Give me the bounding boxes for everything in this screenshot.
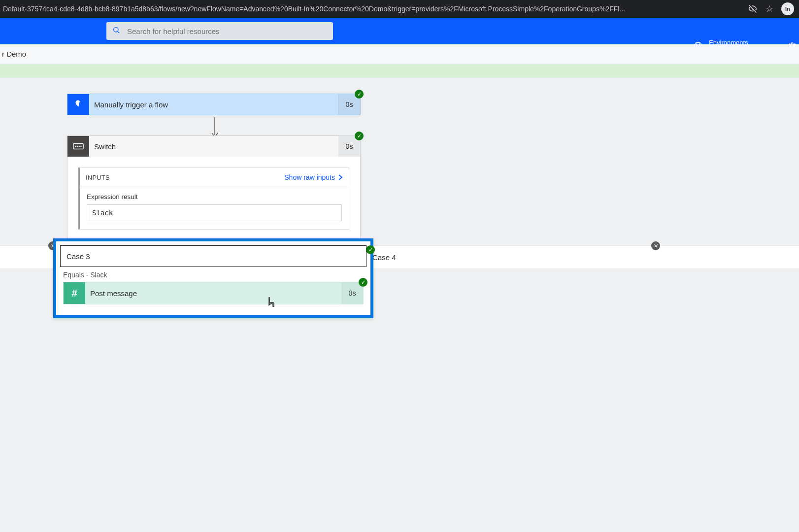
switch-header[interactable]: Switch 0s — [67, 136, 360, 157]
search-input[interactable] — [126, 27, 327, 36]
svg-point-10 — [77, 146, 78, 147]
svg-point-9 — [75, 146, 76, 147]
case-4-header[interactable]: Case 4 — [372, 246, 396, 268]
switch-icon — [67, 136, 89, 157]
inputs-heading: INPUTS — [86, 174, 110, 181]
chevron-right-icon — [338, 174, 343, 181]
search-box[interactable] — [106, 22, 333, 40]
close-icon[interactable]: ✕ — [651, 241, 660, 250]
action-title: Post message — [85, 282, 341, 304]
svg-line-1 — [118, 32, 119, 33]
breadcrumb: r Demo — [0, 44, 799, 64]
trigger-icon — [67, 94, 89, 115]
trigger-title: Manually trigger a flow — [89, 94, 338, 115]
svg-point-0 — [114, 28, 118, 32]
check-icon: ✓ — [355, 90, 364, 99]
svg-point-12 — [81, 146, 82, 147]
case-3-title[interactable]: Case 3 — [60, 245, 366, 267]
svg-rect-8 — [73, 144, 83, 149]
omnibox[interactable]: Default-37574ca4-cde8-4d8b-bcb8-897b1a5d… — [0, 0, 743, 18]
switch-card[interactable]: Switch 0s INPUTS Show raw inputs Express… — [67, 135, 361, 241]
post-message-action[interactable]: ✓ # Post message 0s — [63, 282, 364, 304]
eye-off-icon[interactable] — [748, 4, 758, 14]
browser-chrome: Default-37574ca4-cde8-4d8b-bcb8-897b1a5d… — [0, 0, 799, 18]
case-3-condition: Equals - Slack — [56, 271, 370, 279]
switch-title: Switch — [89, 136, 338, 157]
svg-point-11 — [79, 146, 80, 147]
check-icon: ✓ — [355, 132, 364, 140]
show-raw-inputs-label: Show raw inputs — [284, 173, 335, 181]
chrome-right-icons: ☆ In — [743, 2, 799, 15]
case-3-card[interactable]: ✓ Case 3 Equals - Slack ✓ # Post message… — [53, 238, 373, 318]
success-banner — [0, 64, 799, 78]
slack-icon: # — [64, 282, 85, 304]
check-icon: ✓ — [359, 278, 367, 287]
inputs-panel: INPUTS Show raw inputs Expression result… — [78, 167, 349, 230]
show-raw-inputs-link[interactable]: Show raw inputs — [284, 173, 343, 181]
extension-badge[interactable]: In — [781, 2, 794, 15]
search-icon — [112, 26, 120, 36]
trigger-card[interactable]: Manually trigger a flow 0s — [67, 94, 361, 115]
star-icon[interactable]: ☆ — [765, 4, 774, 14]
app-header: Environments enayu.com (default) — [0, 18, 799, 44]
expression-value[interactable]: Slack — [87, 204, 342, 221]
expression-label: Expression result — [87, 193, 342, 200]
check-icon: ✓ — [366, 245, 375, 254]
